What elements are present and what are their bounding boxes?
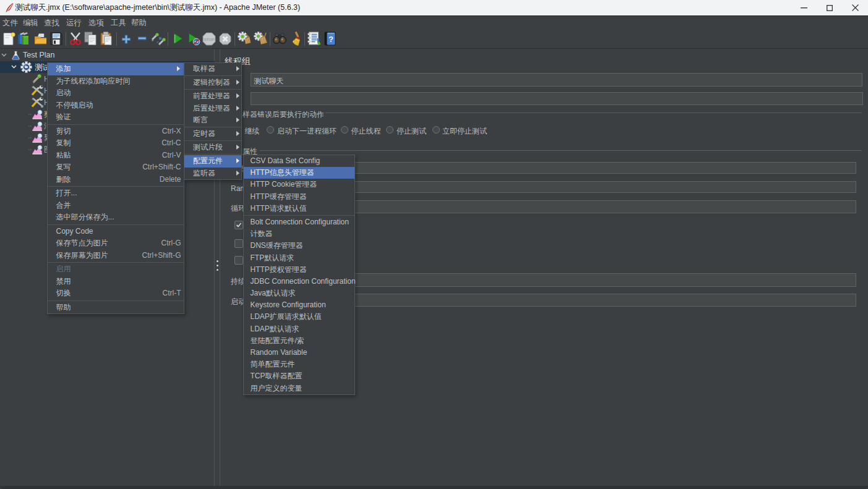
svg-text:?: ?	[329, 35, 333, 44]
svg-text:STOP: STOP	[204, 37, 215, 41]
